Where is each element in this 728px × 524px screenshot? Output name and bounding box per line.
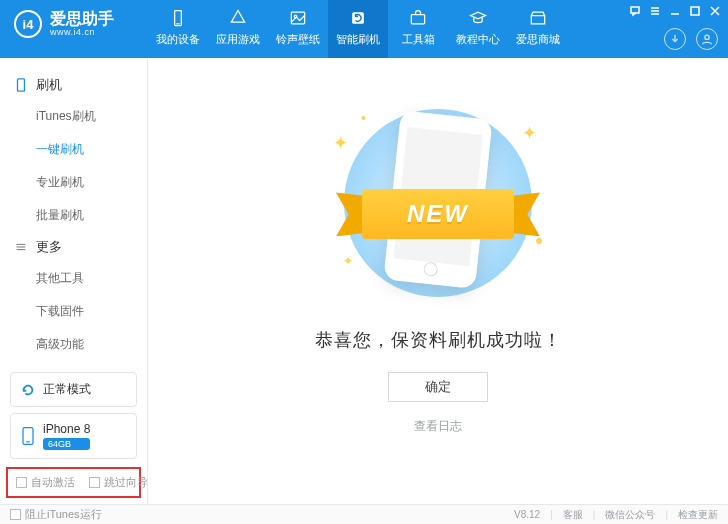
nav-my-device[interactable]: 我的设备 xyxy=(148,0,208,58)
option-label: 自动激活 xyxy=(31,475,75,490)
window-controls xyxy=(628,4,722,18)
option-skip-guide[interactable]: 跳过向导 xyxy=(89,475,148,490)
bottom-options-highlight: 自动激活 跳过向导 xyxy=(6,467,141,498)
logo-mark: i4 xyxy=(14,10,42,38)
ok-button[interactable]: 确定 xyxy=(388,372,488,402)
group-title: 刷机 xyxy=(36,76,62,94)
sidebar-item-download-firmware[interactable]: 下载固件 xyxy=(0,295,147,328)
svg-rect-15 xyxy=(18,79,25,91)
toolbox-icon xyxy=(408,8,428,28)
nav-label: 爱思商城 xyxy=(516,32,560,47)
svg-point-14 xyxy=(705,35,709,39)
nav-label: 工具箱 xyxy=(402,32,435,47)
app-body: 刷机 iTunes刷机 一键刷机 专业刷机 批量刷机 更多 其他工具 下载固件 … xyxy=(0,58,728,504)
sparkle-icon: ✦ xyxy=(522,122,537,144)
header-right-icons xyxy=(664,28,718,50)
nav-apps-games[interactable]: 应用游戏 xyxy=(208,0,268,58)
option-label: 阻止iTunes运行 xyxy=(25,507,102,522)
svg-rect-6 xyxy=(631,7,639,13)
device-capacity-badge: 64GB xyxy=(43,438,90,450)
mode-label: 正常模式 xyxy=(43,381,91,398)
version-label: V8.12 xyxy=(514,509,540,520)
view-log-link[interactable]: 查看日志 xyxy=(414,418,462,435)
feedback-icon[interactable] xyxy=(628,4,642,18)
success-message: 恭喜您，保资料刷机成功啦！ xyxy=(315,328,562,352)
option-auto-activate[interactable]: 自动激活 xyxy=(16,475,75,490)
nav-label: 应用游戏 xyxy=(216,32,260,47)
image-icon xyxy=(288,8,308,28)
footer-link-support[interactable]: 客服 xyxy=(563,508,583,522)
nav-store[interactable]: 爱思商城 xyxy=(508,0,568,58)
brand-url: www.i4.cn xyxy=(50,27,114,37)
download-icon[interactable] xyxy=(664,28,686,50)
more-icon xyxy=(14,240,28,254)
checkbox-icon[interactable] xyxy=(16,477,27,488)
sidebar-group-flash: 刷机 xyxy=(0,70,147,100)
device-name: iPhone 8 xyxy=(43,422,90,436)
sidebar-item-other-tools[interactable]: 其他工具 xyxy=(0,262,147,295)
menu-icon[interactable] xyxy=(648,4,662,18)
nav-tutorials[interactable]: 教程中心 xyxy=(448,0,508,58)
maximize-button[interactable] xyxy=(688,4,702,18)
device-icon xyxy=(168,8,188,28)
device-selector[interactable]: iPhone 8 64GB xyxy=(10,413,137,459)
success-illustration: ✦ ✦ ✦ • • NEW xyxy=(333,108,543,298)
nav-ringtones-wallpapers[interactable]: 铃声壁纸 xyxy=(268,0,328,58)
checkbox-icon[interactable] xyxy=(10,509,21,520)
sidebar-item-itunes-flash[interactable]: iTunes刷机 xyxy=(0,100,147,133)
footer-link-wechat[interactable]: 微信公众号 xyxy=(605,508,655,522)
nav-toolbox[interactable]: 工具箱 xyxy=(388,0,448,58)
nav-label: 我的设备 xyxy=(156,32,200,47)
sidebar: 刷机 iTunes刷机 一键刷机 专业刷机 批量刷机 更多 其他工具 下载固件 … xyxy=(0,58,148,504)
minimize-button[interactable] xyxy=(668,4,682,18)
store-icon xyxy=(528,8,548,28)
footer: 阻止iTunes运行 V8.12 | 客服 | 微信公众号 | 检查更新 xyxy=(0,504,728,524)
footer-link-update[interactable]: 检查更新 xyxy=(678,508,718,522)
brand-logo: i4 爱思助手 www.i4.cn xyxy=(0,0,148,38)
app-header: i4 爱思助手 www.i4.cn 我的设备 应用游戏 铃声壁纸 智能刷机 工具… xyxy=(0,0,728,58)
sidebar-item-onekey-flash[interactable]: 一键刷机 xyxy=(0,133,147,166)
dot-icon: • xyxy=(361,110,366,126)
refresh-icon xyxy=(348,8,368,28)
sidebar-item-batch-flash[interactable]: 批量刷机 xyxy=(0,199,147,232)
option-label: 跳过向导 xyxy=(104,475,148,490)
new-ribbon: NEW xyxy=(338,189,538,239)
option-block-itunes[interactable]: 阻止iTunes运行 xyxy=(10,507,102,522)
graduation-icon xyxy=(468,8,488,28)
nav-smart-flash[interactable]: 智能刷机 xyxy=(328,0,388,58)
svg-rect-11 xyxy=(691,7,699,15)
ribbon-text: NEW xyxy=(362,189,514,239)
brand-name: 爱思助手 xyxy=(50,11,114,27)
checkbox-icon[interactable] xyxy=(89,477,100,488)
user-icon[interactable] xyxy=(696,28,718,50)
group-title: 更多 xyxy=(36,238,62,256)
svg-rect-5 xyxy=(411,15,424,24)
top-nav: 我的设备 应用游戏 铃声壁纸 智能刷机 工具箱 教程中心 爱思商城 xyxy=(148,0,568,58)
sparkle-icon: ✦ xyxy=(343,254,353,268)
phone-flash-icon xyxy=(14,78,28,92)
sidebar-group-more: 更多 xyxy=(0,232,147,262)
nav-label: 智能刷机 xyxy=(336,32,380,47)
nav-label: 铃声壁纸 xyxy=(276,32,320,47)
mode-selector[interactable]: 正常模式 xyxy=(10,372,137,407)
nav-label: 教程中心 xyxy=(456,32,500,47)
main-panel: ✦ ✦ ✦ • • NEW 恭喜您，保资料刷机成功啦！ 确定 查看日志 xyxy=(148,58,728,504)
sparkle-icon: ✦ xyxy=(333,132,348,154)
close-button[interactable] xyxy=(708,4,722,18)
sidebar-item-pro-flash[interactable]: 专业刷机 xyxy=(0,166,147,199)
apps-icon xyxy=(228,8,248,28)
sidebar-item-advanced[interactable]: 高级功能 xyxy=(0,328,147,361)
